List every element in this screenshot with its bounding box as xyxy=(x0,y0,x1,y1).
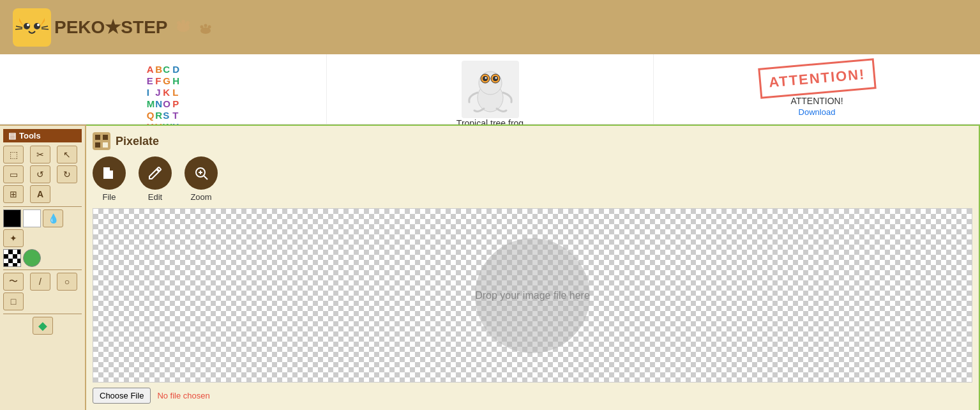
svg-point-25 xyxy=(495,77,497,79)
logo-text: PEKO★STEP xyxy=(54,17,167,38)
tool-divider-2 xyxy=(3,270,82,270)
tools-icon: ▤ xyxy=(8,131,16,140)
edit-toolbar-item[interactable]: Edit xyxy=(139,156,172,202)
select-tool[interactable]: ↖ xyxy=(57,146,77,163)
redo-tool[interactable]: ↻ xyxy=(57,165,77,183)
zoom-icon xyxy=(193,165,209,181)
logo-icon xyxy=(13,8,51,47)
alpha-I: I xyxy=(147,87,155,98)
file-label: File xyxy=(103,192,116,202)
transform-tool[interactable]: ⊞ xyxy=(3,185,24,203)
marquee-tool[interactable]: ⬚ xyxy=(3,146,24,163)
checker-tool[interactable] xyxy=(3,249,21,267)
alpha-T: T xyxy=(172,110,179,121)
alpha-P: P xyxy=(172,98,179,109)
ellipse-tool[interactable]: ○ xyxy=(57,273,77,291)
paw-decoration xyxy=(174,18,225,37)
svg-rect-28 xyxy=(103,135,108,140)
svg-point-10 xyxy=(177,21,181,25)
undo-tool[interactable]: ↺ xyxy=(30,165,50,183)
choose-file-button[interactable]: Choose File xyxy=(93,388,151,404)
cut-tool[interactable]: ✂ xyxy=(30,146,50,163)
rectangle-tool[interactable]: □ xyxy=(3,292,24,310)
nav-row: A B C D E F G H I J K L M N O P Q R S T xyxy=(0,54,980,125)
alpha-J: J xyxy=(155,87,162,98)
alpha-S: S xyxy=(163,110,172,121)
alpha-D: D xyxy=(172,64,179,75)
zoom-toolbar-item[interactable]: Zoom xyxy=(185,156,218,202)
color-white[interactable] xyxy=(23,209,41,227)
nav-attention-download[interactable]: Download xyxy=(799,107,836,117)
color-row-1: 💧 ✦ xyxy=(3,209,82,247)
nav-item-attention[interactable]: ATTENTION! ATTENTION! Download xyxy=(654,54,980,124)
svg-point-11 xyxy=(181,20,185,24)
canvas-area: Pixelate File Edit xyxy=(86,125,980,410)
svg-rect-0 xyxy=(13,8,51,47)
logo: PEKO★STEP xyxy=(13,8,225,47)
shape-tools-grid: 〜 / ○ □ xyxy=(3,273,82,310)
file-button[interactable] xyxy=(93,156,126,190)
alpha-B: B xyxy=(155,64,162,75)
drop-zone[interactable]: Drop your image file here xyxy=(93,208,972,383)
alpha-A: A xyxy=(147,64,155,75)
file-icon xyxy=(102,165,117,181)
svg-point-3 xyxy=(27,24,29,26)
svg-point-2 xyxy=(34,23,40,29)
text-tool[interactable]: A xyxy=(30,185,50,203)
alpha-E: E xyxy=(147,75,155,86)
edit-label: Edit xyxy=(148,192,162,202)
attention-stamp: ATTENTION! xyxy=(758,58,876,99)
color-black[interactable] xyxy=(3,209,21,227)
edit-icon xyxy=(147,165,163,181)
svg-point-1 xyxy=(24,23,30,29)
svg-point-13 xyxy=(200,27,211,34)
pixelate-header: Pixelate xyxy=(93,132,972,150)
alpha-Q: Q xyxy=(147,110,155,121)
file-input-row: Choose File No file chosen xyxy=(93,388,972,404)
drop-circle: Drop your image file here xyxy=(475,238,590,353)
nav-frog-content xyxy=(462,61,519,118)
frog-image xyxy=(462,61,519,118)
sparkle-tool[interactable]: ✦ xyxy=(3,229,24,247)
tool-divider-3 xyxy=(3,314,82,314)
svg-point-4 xyxy=(37,24,40,26)
svg-rect-30 xyxy=(103,142,108,148)
diamond-tool[interactable]: ◆ xyxy=(33,317,53,335)
zoom-button[interactable] xyxy=(185,156,218,190)
alpha-F: F xyxy=(155,75,162,86)
nav-attention-label: ATTENTION! xyxy=(790,96,843,106)
alpha-G: G xyxy=(163,75,172,86)
color-row-2 xyxy=(3,249,82,267)
alpha-C: C xyxy=(163,64,172,75)
sidebar: ▤ Tools ⬚ ✂ ↖ ▭ ↺ ↻ ⊞ A 💧 ✦ 〜 / ○ xyxy=(0,125,86,410)
line-tool[interactable]: / xyxy=(30,273,50,291)
svg-rect-27 xyxy=(95,135,100,140)
green-circle-tool[interactable] xyxy=(23,249,41,267)
alpha-N: N xyxy=(155,98,162,109)
zoom-label: Zoom xyxy=(190,192,211,202)
svg-point-15 xyxy=(204,24,207,27)
alpha-R: R xyxy=(155,110,162,121)
eyedropper-tool[interactable]: 💧 xyxy=(43,209,63,227)
svg-rect-29 xyxy=(95,142,100,148)
edit-button[interactable] xyxy=(139,156,172,190)
nav-item-frog[interactable]: Tropical tree frog Download xyxy=(327,54,654,124)
no-file-text: No file chosen xyxy=(157,391,209,400)
file-toolbar-item[interactable]: File xyxy=(93,156,126,202)
svg-line-8 xyxy=(41,29,49,29)
svg-point-14 xyxy=(200,25,204,28)
main-layout: ▤ Tools ⬚ ✂ ↖ ▭ ↺ ↻ ⊞ A 💧 ✦ 〜 / ○ xyxy=(0,125,980,410)
tools-header: ▤ Tools xyxy=(3,129,82,142)
nav-attention-content: ATTENTION! xyxy=(759,61,875,96)
nav-item-alphabet[interactable]: A B C D E F G H I J K L M N O P Q R S T xyxy=(0,54,327,124)
drop-text: Drop your image file here xyxy=(475,290,590,301)
alpha-O: O xyxy=(163,98,172,109)
alpha-K: K xyxy=(163,87,172,98)
tools-label: Tools xyxy=(19,131,41,140)
alpha-L: L xyxy=(172,87,179,98)
tool-divider-1 xyxy=(3,206,82,207)
wave-tool[interactable]: 〜 xyxy=(3,273,24,291)
rect-select-tool[interactable]: ▭ xyxy=(3,165,24,183)
pixelate-app-icon xyxy=(93,132,110,150)
header: PEKO★STEP xyxy=(0,0,980,54)
